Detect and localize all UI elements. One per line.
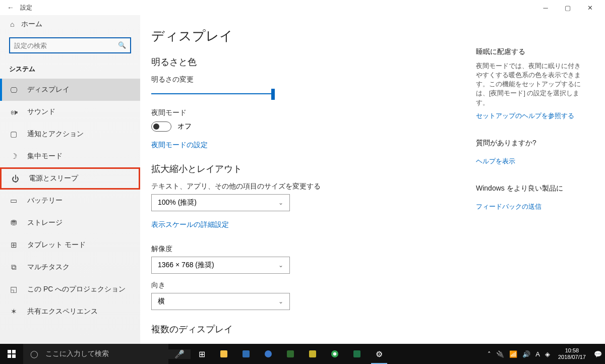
help-title: 質問がありますか? xyxy=(476,139,584,148)
tablet-icon: ⊞ xyxy=(9,240,18,250)
sidebar-item-label: 共有エクスペリエンス xyxy=(27,307,98,316)
multitask-icon: ⧉ xyxy=(9,263,18,272)
night-mode-settings-link[interactable]: 夜間モードの設定 xyxy=(151,141,208,150)
storage-icon: ⛃ xyxy=(9,218,18,227)
resolution-value: 1366 × 768 (推奨) xyxy=(158,261,214,270)
projection-icon: ◱ xyxy=(9,285,18,294)
night-mode-state: オフ xyxy=(177,122,192,131)
sidebar-item-power[interactable]: ⏻ 電源とスリープ xyxy=(0,167,140,190)
task-view-icon[interactable]: ⊞ xyxy=(191,344,213,364)
taskbar: ◯ ここに入力して検索 🎤 ⊞ ⚙ ˄ 🔌 📶 🔊 A ◈ 10:58 2018… xyxy=(0,344,605,364)
resolution-select[interactable]: 1366 × 768 (推奨) ⌄ xyxy=(151,257,290,274)
clock[interactable]: 10:58 2018/07/17 xyxy=(555,347,589,360)
help-link[interactable]: ヘルプを表示 xyxy=(476,157,515,166)
focus-icon: ☽ xyxy=(9,152,18,161)
wifi-tray-icon[interactable]: 📶 xyxy=(509,350,517,358)
sidebar-item-multitask[interactable]: ⧉ マルチタスク xyxy=(0,256,140,278)
app-icon-yellow[interactable] xyxy=(301,344,324,364)
excel-icon[interactable] xyxy=(346,344,368,364)
orientation-value: 横 xyxy=(158,297,165,306)
shared-icon: ✶ xyxy=(9,307,18,316)
chevron-down-icon: ⌄ xyxy=(278,199,283,206)
sidebar-item-battery[interactable]: ▭ バッテリー xyxy=(0,190,140,212)
power-tray-icon[interactable]: 🔌 xyxy=(496,350,504,358)
cortana-search[interactable]: ◯ ここに入力して検索 xyxy=(23,344,168,364)
explorer-icon[interactable] xyxy=(213,344,235,364)
sidebar-item-storage[interactable]: ⛃ ストレージ xyxy=(0,212,140,234)
ime-indicator[interactable]: A xyxy=(535,350,540,358)
chevron-down-icon: ⌄ xyxy=(278,298,283,305)
resolution-label: 解像度 xyxy=(151,245,469,254)
start-button[interactable] xyxy=(0,344,23,364)
sound-icon: 🕪 xyxy=(9,108,18,116)
feedback-title: Windows をより良い製品に xyxy=(476,184,584,193)
orientation-label: 向き xyxy=(151,281,469,290)
sidebar-group-label: システム xyxy=(0,60,140,79)
svg-rect-2 xyxy=(8,354,11,358)
main: ディスプレイ 明るさと色 明るさの変更 夜間モード オフ 夜間モードの設定 拡大… xyxy=(140,15,605,344)
scale-value: 100% (推奨) xyxy=(158,198,197,207)
search-input[interactable] xyxy=(9,37,131,53)
sidebar-item-sound[interactable]: 🕪 サウンド xyxy=(0,101,140,123)
section-brightness: 明るさと色 xyxy=(151,56,469,68)
close-button[interactable]: ✕ xyxy=(579,4,601,12)
power-icon: ⏻ xyxy=(11,174,20,183)
sidebar-item-label: バッテリー xyxy=(27,196,63,205)
feedback-link[interactable]: フィードバックの送信 xyxy=(476,202,541,211)
window-controls: ─ ▢ ✕ xyxy=(534,4,601,12)
info-title: 睡眠に配慮する xyxy=(476,47,584,56)
sidebar-item-projection[interactable]: ◱ この PC へのプロジェクション xyxy=(0,278,140,300)
brightness-label: 明るさの変更 xyxy=(151,75,469,84)
sidebar-item-shared[interactable]: ✶ 共有エクスペリエンス xyxy=(0,300,140,323)
back-button[interactable]: ← xyxy=(7,4,14,12)
info-link[interactable]: セットアップのヘルプを参照する xyxy=(476,111,574,120)
sidebar-item-display[interactable]: 🖵 ディスプレイ xyxy=(0,79,140,101)
battery-icon: ▭ xyxy=(9,196,18,205)
svg-rect-3 xyxy=(12,354,16,358)
sidebar-item-label: マルチタスク xyxy=(27,263,70,272)
mail-icon[interactable] xyxy=(235,344,257,364)
sidebar-home[interactable]: ⌂ ホーム xyxy=(0,15,140,33)
settings-taskbar-icon[interactable]: ⚙ xyxy=(368,344,390,364)
orientation-select[interactable]: 横 ⌄ xyxy=(151,293,290,310)
system-tray: ˄ 🔌 📶 🔊 A ◈ 10:58 2018/07/17 💬 xyxy=(488,344,605,364)
minimize-button[interactable]: ─ xyxy=(534,4,557,12)
app-icon-green[interactable] xyxy=(279,344,301,364)
titlebar: ← 設定 ─ ▢ ✕ xyxy=(0,0,605,15)
mic-icon[interactable]: 🎤 xyxy=(168,349,191,359)
scale-select[interactable]: 100% (推奨) ⌄ xyxy=(151,194,290,211)
section-scale: 拡大縮小とレイアウト xyxy=(151,163,469,175)
tray-chevron-icon[interactable]: ˄ xyxy=(488,350,491,358)
cortana-placeholder: ここに入力して検索 xyxy=(45,349,109,358)
scale-advanced-link[interactable]: 表示スケールの詳細設定 xyxy=(151,220,229,229)
svg-rect-1 xyxy=(12,350,16,353)
sidebar-item-label: 通知とアクション xyxy=(27,130,84,139)
night-mode-label: 夜間モード xyxy=(151,108,469,117)
sidebar-item-tablet[interactable]: ⊞ タブレット モード xyxy=(0,234,140,256)
volume-tray-icon[interactable]: 🔊 xyxy=(522,350,530,358)
sidebar-item-label: サウンド xyxy=(27,107,55,116)
info-pane: 睡眠に配慮する 夜間モードでは、夜間に眠りに付きやすくする暖色系の色を表示できま… xyxy=(476,27,587,344)
notifications-icon: ▢ xyxy=(9,130,18,139)
slider-thumb[interactable] xyxy=(271,89,275,100)
sidebar-item-label: この PC へのプロジェクション xyxy=(27,285,126,294)
page-title: ディスプレイ xyxy=(151,27,469,45)
night-mode-toggle[interactable] xyxy=(151,122,171,132)
svg-rect-0 xyxy=(8,350,11,353)
maximize-button[interactable]: ▢ xyxy=(557,4,579,12)
sidebar-item-focus[interactable]: ☽ 集中モード xyxy=(0,145,140,167)
thunderbird-icon[interactable] xyxy=(257,344,279,364)
info-text: 夜間モードでは、夜間に眠りに付きやすくする暖色系の色を表示できます。この機能をセ… xyxy=(476,62,584,107)
sidebar-item-label: 電源とスリープ xyxy=(29,174,78,183)
ime-mode-icon[interactable]: ◈ xyxy=(545,350,550,358)
clock-date: 2018/07/17 xyxy=(558,354,586,360)
chevron-down-icon: ⌄ xyxy=(278,262,283,269)
sidebar-item-notifications[interactable]: ▢ 通知とアクション xyxy=(0,123,140,145)
notifications-tray-icon[interactable]: 💬 xyxy=(594,350,602,358)
sidebar: ⌂ ホーム 🔍 システム 🖵 ディスプレイ 🕪 サウンド ▢ 通知とアクション … xyxy=(0,15,140,344)
scale-label: テキスト、アプリ、その他の項目のサイズを変更する xyxy=(151,182,469,191)
display-icon: 🖵 xyxy=(9,86,18,94)
sidebar-item-label: タブレット モード xyxy=(27,240,86,250)
chrome-icon[interactable] xyxy=(324,344,346,364)
brightness-slider[interactable] xyxy=(151,93,273,94)
